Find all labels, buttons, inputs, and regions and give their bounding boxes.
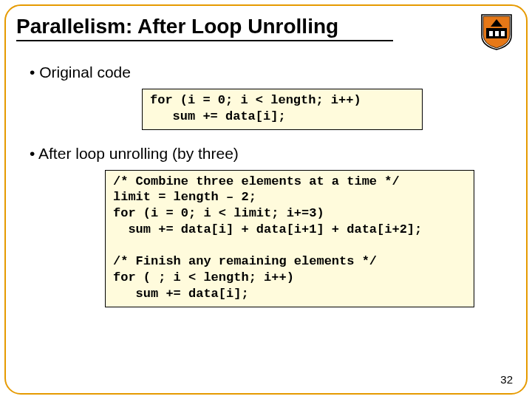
slide-frame: Parallelism: After Loop Unrolling Origin…: [4, 4, 528, 395]
svg-rect-3: [501, 31, 505, 36]
title-area: Parallelism: After Loop Unrolling: [6, 6, 526, 46]
bullet-original-code: Original code: [30, 64, 508, 81]
code-block-unrolled: /* Combine three elements at a time */ l…: [105, 170, 474, 307]
code-block-original: for (i = 0; i < length; i++) sum += data…: [142, 89, 423, 130]
bullet-after-unrolling: After loop unrolling (by three): [30, 145, 508, 163]
university-crest-icon: [480, 12, 513, 50]
slide-title: Parallelism: After Loop Unrolling: [16, 15, 393, 41]
page-number: 32: [500, 373, 513, 386]
svg-rect-2: [495, 31, 499, 36]
svg-rect-1: [489, 31, 493, 36]
slide-content: Original code for (i = 0; i < length; i+…: [6, 46, 526, 330]
